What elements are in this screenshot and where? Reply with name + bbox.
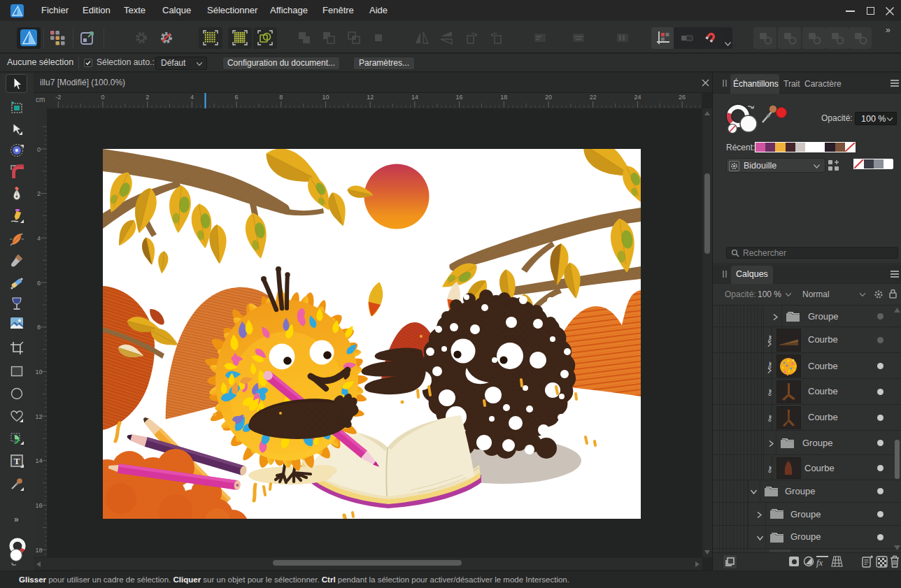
svg-text:18: 18 xyxy=(35,547,42,554)
svg-text:6: 6 xyxy=(235,94,239,101)
svg-text:6: 6 xyxy=(37,280,41,287)
svg-text:10: 10 xyxy=(35,368,42,375)
svg-text:10: 10 xyxy=(322,94,329,101)
svg-text:8: 8 xyxy=(37,324,41,331)
svg-text:4: 4 xyxy=(37,235,41,242)
svg-text:26: 26 xyxy=(679,94,686,101)
svg-text:22: 22 xyxy=(590,94,597,101)
svg-text:14: 14 xyxy=(411,94,418,101)
svg-text:12: 12 xyxy=(35,413,42,420)
svg-text:18: 18 xyxy=(500,94,507,101)
svg-text:4: 4 xyxy=(190,94,194,101)
svg-text:12: 12 xyxy=(367,94,374,101)
svg-text:8: 8 xyxy=(279,94,283,101)
svg-text:24: 24 xyxy=(634,94,641,101)
svg-text:2: 2 xyxy=(146,94,149,101)
svg-text:2: 2 xyxy=(37,190,41,197)
svg-text:20: 20 xyxy=(545,94,552,101)
svg-text:T: T xyxy=(14,456,20,466)
svg-text:-2: -2 xyxy=(55,94,61,101)
svg-text:16: 16 xyxy=(35,502,42,509)
svg-text:0: 0 xyxy=(37,146,41,153)
svg-text:0: 0 xyxy=(101,94,104,101)
svg-text:16: 16 xyxy=(456,94,463,101)
svg-text:14: 14 xyxy=(35,457,42,464)
